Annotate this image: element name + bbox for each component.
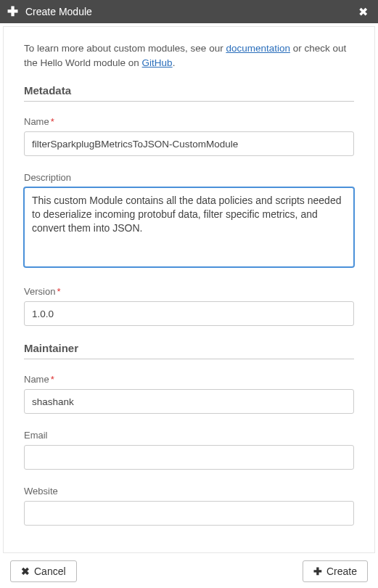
cancel-button[interactable]: ✖Cancel: [10, 560, 77, 582]
intro-suffix: .: [173, 57, 176, 68]
required-indicator: *: [57, 286, 60, 297]
field-maintainer-name: Name*: [24, 374, 354, 414]
modal-header: ✚ Create Module ✖: [0, 0, 378, 23]
field-website: Website: [24, 486, 354, 526]
cancel-label: Cancel: [34, 565, 66, 577]
required-indicator: *: [51, 116, 54, 127]
website-input[interactable]: [24, 501, 354, 526]
plus-icon: ✚: [7, 4, 18, 20]
plus-icon: ✚: [313, 565, 322, 577]
required-indicator: *: [51, 374, 54, 385]
cancel-icon: ✖: [21, 565, 30, 577]
website-label: Website: [24, 486, 354, 497]
modal-body: To learn more about custom modules, see …: [3, 26, 375, 553]
github-link[interactable]: GitHub: [142, 57, 173, 68]
version-input[interactable]: [24, 301, 354, 326]
maintainer-name-input[interactable]: [24, 389, 354, 414]
documentation-link[interactable]: documentation: [226, 43, 290, 54]
intro-prefix: To learn more about custom modules, see …: [24, 43, 226, 54]
field-version: Version*: [24, 286, 354, 326]
section-maintainer-title: Maintainer: [24, 342, 354, 359]
section-metadata-title: Metadata: [24, 84, 354, 102]
close-icon[interactable]: ✖: [356, 5, 371, 19]
modal-title: Create Module: [25, 6, 356, 17]
intro-text: To learn more about custom modules, see …: [24, 41, 354, 70]
create-button[interactable]: ✚Create: [303, 560, 368, 582]
description-textarea[interactable]: This custom Module contains all the data…: [24, 187, 354, 267]
field-name: Name*: [24, 116, 354, 156]
maintainer-name-label: Name*: [24, 374, 354, 385]
name-label: Name*: [24, 116, 354, 127]
modal-footer: ✖Cancel ✚Create: [0, 553, 378, 588]
description-label: Description: [24, 172, 354, 183]
email-label: Email: [24, 430, 354, 441]
email-input[interactable]: [24, 445, 354, 470]
version-label: Version*: [24, 286, 354, 297]
field-email: Email: [24, 430, 354, 470]
create-label: Create: [326, 565, 357, 577]
maintainer-name-label-text: Name: [24, 374, 49, 385]
field-description: Description This custom Module contains …: [24, 172, 354, 270]
version-label-text: Version: [24, 286, 55, 297]
name-input[interactable]: [24, 131, 354, 156]
name-label-text: Name: [24, 116, 49, 127]
